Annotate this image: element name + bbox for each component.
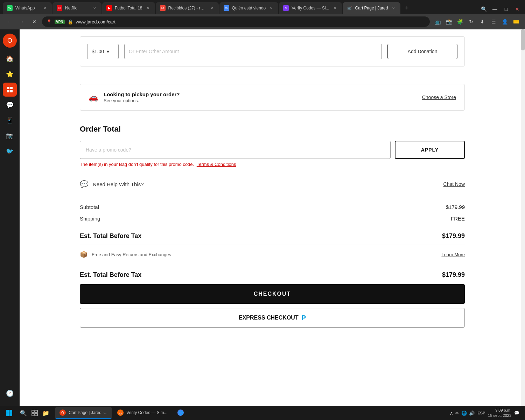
tab-verify[interactable]: V Verify Codes — Si... ✕ — [279, 2, 342, 14]
close-button[interactable]: ✕ — [512, 4, 522, 14]
order-total-title: Order Total — [80, 125, 465, 134]
taskbar-app-cart[interactable]: O Cart Page | Jared -... — [55, 407, 112, 419]
search-button[interactable]: 🔍 — [479, 4, 489, 14]
taskbar-task-view[interactable] — [29, 408, 40, 418]
tab-quien[interactable]: m Quién está viendo ✕ — [219, 2, 279, 14]
add-donation-button[interactable]: Add Donation — [387, 44, 457, 59]
tab-gmail[interactable]: M Recibidos (27) - ro... ✕ — [156, 2, 219, 14]
tab-verify-favicon: V — [283, 5, 289, 11]
est-total-value: $179.99 — [442, 232, 465, 240]
close-page-button[interactable]: ✕ — [29, 17, 39, 27]
paypal-icon: P — [301, 314, 306, 322]
system-time[interactable]: 9:09 p.m. 18 sept. 2023 — [488, 408, 511, 419]
tab-netflix-favicon: N — [57, 5, 62, 11]
sidebar-extensions[interactable] — [3, 83, 17, 97]
taskbar-app-chrome[interactable]: 🌐 — [173, 407, 188, 419]
clock-time: 9:09 p.m. — [488, 408, 511, 413]
new-tab-button[interactable]: + — [401, 2, 412, 14]
svg-rect-9 — [35, 410, 37, 413]
download-icon[interactable]: ⬇ — [477, 17, 487, 27]
learn-more-link[interactable]: Learn More — [442, 252, 465, 257]
tab-gmail-close[interactable]: ✕ — [209, 5, 215, 11]
shipping-value: FREE — [451, 216, 465, 222]
clock-date: 18 sept. 2023 — [488, 413, 511, 418]
taskbar-chrome-icon: 🌐 — [177, 410, 184, 416]
back-button[interactable]: ← — [4, 17, 14, 27]
need-help-section: 💬 Need Help With This? Chat Now — [80, 174, 465, 194]
sidebar-twitter[interactable]: 🐦 — [3, 144, 17, 158]
choose-store-link[interactable]: Choose a Store — [422, 94, 456, 100]
apply-button[interactable]: APPLY — [395, 141, 465, 159]
cast-icon[interactable]: 📺 — [433, 17, 442, 27]
start-button[interactable] — [3, 408, 15, 418]
network-icon: 🌐 — [461, 411, 467, 416]
tab-youtube-close[interactable]: ✕ — [145, 5, 151, 11]
promo-code-placeholder: Have a promo code? — [86, 147, 131, 153]
volume-icon[interactable]: 🔊 — [469, 411, 475, 416]
tab-cart[interactable]: 🛒 Cart Page | Jared ✕ — [343, 2, 401, 14]
tab-youtube-favicon: ▶ — [106, 5, 112, 11]
need-help-left: 💬 Need Help With This? — [80, 180, 144, 188]
promo-code-input[interactable]: Have a promo code? — [80, 141, 391, 159]
tab-quien-close[interactable]: ✕ — [268, 5, 274, 11]
taskbar-system-icons: 🔍 📁 — [18, 408, 51, 418]
sidebar-instagram[interactable]: 📷 — [3, 129, 17, 143]
checkout-button[interactable]: CHECKOUT — [80, 284, 465, 304]
svg-rect-0 — [7, 87, 9, 89]
extensions-icon[interactable]: 🧩 — [455, 17, 465, 27]
nav-bar: ← → ✕ 📍 VPN 🔒 www.jared.com/cart 📺 📸 🧩 ↻… — [0, 14, 525, 29]
bottom-est-total-value: $179.99 — [442, 271, 465, 279]
address-bar[interactable]: 📍 VPN 🔒 www.jared.com/cart — [42, 16, 430, 27]
tab-cart-close[interactable]: ✕ — [391, 5, 396, 11]
pickup-info: 🚗 Looking to pickup your order? See your… — [89, 91, 180, 103]
tab-netflix-close[interactable]: ✕ — [92, 5, 97, 11]
maximize-button[interactable]: □ — [501, 4, 511, 14]
svg-rect-2 — [7, 90, 9, 92]
terms-conditions-link[interactable]: Terms & Conditions — [197, 162, 236, 167]
tab-cart-favicon: 🛒 — [347, 5, 352, 11]
minimize-button[interactable]: — — [490, 4, 500, 14]
reload-icon[interactable]: ↻ — [466, 17, 476, 27]
pen-icon: ✏ — [455, 411, 459, 416]
wallet-icon[interactable]: 💳 — [511, 17, 521, 27]
taskbar-file-explorer[interactable]: 📁 — [41, 408, 51, 418]
taskbar-search[interactable]: 🔍 — [18, 408, 29, 418]
browser-content: O 🏠 ⭐ 💬 📱 📷 🐦 🕐 ••• — [0, 29, 525, 420]
tab-netflix[interactable]: N Netflix ✕ — [52, 2, 102, 14]
taskbar-app-firefox[interactable]: 🦊 Verify Codes — Sim... — [113, 407, 172, 419]
sidebar-history[interactable]: 🕐 — [3, 386, 17, 400]
opera-logo[interactable]: O — [3, 34, 17, 48]
forward-button[interactable]: → — [17, 17, 27, 27]
taskbar-app-cart-label: Cart Page | Jared -... — [69, 410, 107, 415]
sidebar-messenger[interactable]: 💬 — [3, 98, 17, 112]
chat-now-link[interactable]: Chat Now — [443, 181, 465, 187]
express-checkout-button[interactable]: EXPRESS CHECKOUT P — [80, 308, 465, 328]
add-donation-label: Add Donation — [408, 49, 438, 54]
tab-netflix-title: Netflix — [65, 6, 89, 10]
settings-icon[interactable]: ☰ — [489, 17, 498, 27]
snapshot-icon[interactable]: 📸 — [444, 17, 454, 27]
secure-icon: 🔒 — [68, 19, 73, 24]
tab-whatsapp-title: WhatsApp — [15, 6, 39, 10]
tab-verify-title: Verify Codes — Si... — [292, 6, 329, 10]
scrollbar-thumb[interactable] — [521, 29, 525, 50]
donation-amount-dropdown[interactable]: $1.00 ▾ — [87, 44, 119, 59]
scrollbar-track[interactable] — [521, 29, 525, 420]
express-checkout-label: EXPRESS CHECKOUT — [239, 315, 299, 321]
expand-tray-icon[interactable]: ∧ — [450, 411, 453, 416]
sidebar-home[interactable]: 🏠 — [3, 52, 17, 66]
notification-icon[interactable]: 💬 — [514, 411, 519, 415]
tab-youtube[interactable]: ▶ Futbol Total 18 ✕ — [102, 2, 155, 14]
dropdown-arrow-icon: ▾ — [107, 49, 109, 54]
sidebar-bookmarks[interactable]: ⭐ — [3, 67, 17, 81]
sidebar-whatsapp[interactable]: 📱 — [3, 113, 17, 127]
tab-whatsapp-close[interactable]: ✕ — [42, 5, 48, 11]
pickup-subtext: See your options. — [104, 98, 180, 103]
tab-whatsapp[interactable]: W WhatsApp ✕ — [3, 2, 52, 14]
tab-verify-close[interactable]: ✕ — [332, 5, 338, 11]
tab-bar: W WhatsApp ✕ N Netflix ✕ ▶ Futbol Total … — [0, 0, 525, 14]
location-icon: 📍 — [46, 19, 52, 24]
donation-input-field[interactable]: Or Enter Other Amount — [124, 44, 382, 59]
profile-icon[interactable]: 👤 — [500, 17, 510, 27]
taskbar-app-verify-label: Verify Codes — Sim... — [126, 410, 167, 415]
